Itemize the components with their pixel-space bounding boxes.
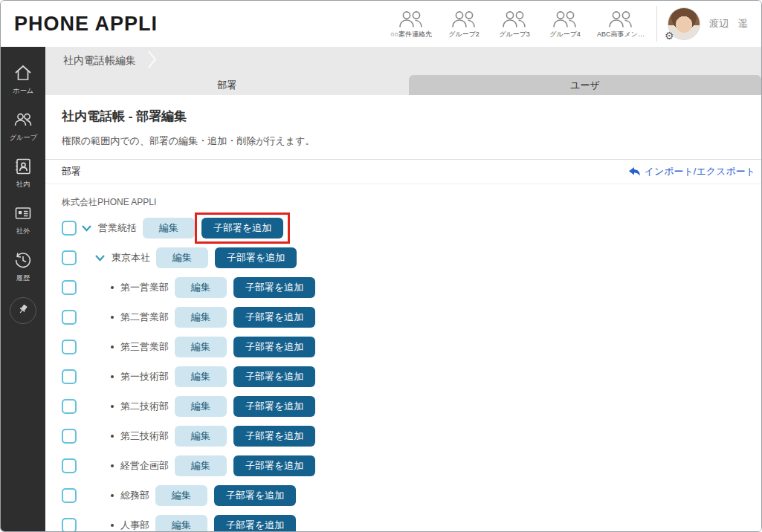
department-name: 第三営業部 bbox=[120, 340, 169, 354]
external-directory-icon bbox=[13, 204, 33, 223]
edit-button[interactable]: 編集 bbox=[175, 396, 227, 417]
group-shortcut-3[interactable]: グループ3 bbox=[496, 9, 533, 39]
add-child-wrap: 子部署を追加 bbox=[207, 510, 303, 531]
avatar[interactable]: ⚙ bbox=[668, 7, 700, 40]
add-child-wrap: 子部署を追加 bbox=[227, 302, 322, 333]
row-checkbox[interactable] bbox=[62, 369, 77, 384]
department-row: 第一技術部編集子部署を追加 bbox=[62, 366, 745, 387]
sidebar-item-label: 社内 bbox=[16, 180, 30, 189]
row-checkbox[interactable] bbox=[62, 518, 77, 531]
row-checkbox[interactable] bbox=[62, 221, 77, 236]
group-shortcut-label: グループ2 bbox=[448, 30, 480, 39]
user-menu[interactable]: ⚙ 渡辺 遥 bbox=[659, 7, 761, 40]
edit-button[interactable]: 編集 bbox=[175, 337, 227, 357]
tab-departments[interactable]: 部署 bbox=[45, 75, 409, 95]
add-child-wrap: 子部署を追加 bbox=[227, 421, 322, 452]
department-name: 経営企画部 bbox=[120, 459, 169, 473]
highlight-box: 子部署を追加 bbox=[195, 213, 290, 244]
group-shortcut-5[interactable]: ABC商事メン… bbox=[597, 9, 645, 39]
add-child-department-button[interactable]: 子部署を追加 bbox=[233, 307, 315, 328]
import-export-link[interactable]: インポート/エクスポート bbox=[628, 165, 755, 178]
people-icon bbox=[397, 9, 425, 29]
breadcrumb-label[interactable]: 社内電話帳編集 bbox=[63, 54, 136, 68]
department-row: 第一営業部編集子部署を追加 bbox=[62, 277, 745, 298]
row-checkbox[interactable] bbox=[62, 280, 77, 295]
edit-button[interactable]: 編集 bbox=[155, 485, 207, 506]
department-row: 人事部編集子部署を追加 bbox=[62, 515, 745, 531]
department-name: 人事部 bbox=[120, 519, 149, 531]
group-shortcut-label: グループ4 bbox=[549, 30, 581, 39]
edit-button[interactable]: 編集 bbox=[155, 515, 207, 531]
group-shortcut-label: グループ3 bbox=[499, 30, 530, 39]
department-row: 第三営業部編集子部署を追加 bbox=[62, 337, 745, 357]
page-description: 権限の範囲内での、部署の編集・追加・削除が行えます。 bbox=[62, 134, 745, 148]
edit-button[interactable]: 編集 bbox=[175, 307, 227, 328]
chevron-down-icon[interactable] bbox=[81, 224, 92, 232]
add-child-department-button[interactable]: 子部署を追加 bbox=[233, 455, 315, 476]
add-child-department-button[interactable]: 子部署を追加 bbox=[233, 366, 315, 387]
bullet-icon bbox=[111, 346, 114, 348]
sidebar-item-社内[interactable]: 社内 bbox=[8, 149, 39, 196]
department-name: 東京本社 bbox=[112, 251, 150, 265]
edit-button[interactable]: 編集 bbox=[156, 247, 208, 268]
sidebar-item-label: 社外 bbox=[16, 227, 30, 236]
row-checkbox[interactable] bbox=[62, 310, 77, 325]
edit-button[interactable]: 編集 bbox=[175, 426, 227, 447]
group-shortcut-2[interactable]: グループ2 bbox=[445, 9, 482, 39]
add-child-department-button[interactable]: 子部署を追加 bbox=[201, 218, 283, 239]
department-row: 第二営業部編集子部署を追加 bbox=[62, 307, 745, 328]
row-checkbox[interactable] bbox=[62, 429, 77, 444]
department-row: 経営企画部編集子部署を追加 bbox=[62, 455, 745, 476]
edit-button[interactable]: 編集 bbox=[175, 277, 227, 298]
add-child-department-button[interactable]: 子部署を追加 bbox=[233, 337, 315, 357]
bullet-icon bbox=[111, 286, 114, 289]
department-row: 第二技術部編集子部署を追加 bbox=[62, 396, 745, 417]
add-child-department-button[interactable]: 子部署を追加 bbox=[215, 247, 297, 268]
header-divider bbox=[656, 6, 657, 42]
bullet-icon bbox=[111, 405, 114, 408]
pin-button[interactable] bbox=[10, 297, 36, 324]
add-child-wrap: 子部署を追加 bbox=[227, 272, 322, 303]
department-tree: 株式会社PHONE APPLI 営業統括編集子部署を追加東京本社編集子部署を追加… bbox=[45, 184, 761, 531]
import-export-label: インポート/エクスポート bbox=[645, 165, 755, 178]
department-row: 第三技術部編集子部署を追加 bbox=[62, 426, 745, 447]
chevron-right-icon bbox=[146, 49, 158, 73]
group-shortcut-1[interactable]: ○○案件連絡先 bbox=[390, 9, 432, 39]
sidebar-item-社外[interactable]: 社外 bbox=[8, 196, 39, 243]
sidebar-item-ホーム[interactable]: ホーム bbox=[8, 56, 39, 103]
row-checkbox[interactable] bbox=[62, 399, 77, 414]
sidebar-nav: ホーム グループ 社内 社外 履歴 bbox=[1, 47, 45, 531]
people-icon bbox=[500, 9, 529, 29]
edit-button[interactable]: 編集 bbox=[143, 218, 195, 239]
company-name: 株式会社PHONE APPLI bbox=[62, 196, 745, 209]
row-checkbox[interactable] bbox=[62, 250, 77, 265]
row-checkbox[interactable] bbox=[62, 458, 77, 473]
edit-button[interactable]: 編集 bbox=[175, 366, 227, 387]
bullet-icon bbox=[111, 494, 114, 497]
group-icon bbox=[13, 110, 33, 129]
add-child-department-button[interactable]: 子部署を追加 bbox=[214, 485, 296, 506]
add-child-wrap: 子部署を追加 bbox=[227, 450, 322, 481]
tab-users[interactable]: ユーザ bbox=[409, 75, 761, 95]
add-child-department-button[interactable]: 子部署を追加 bbox=[214, 515, 296, 531]
sidebar-item-履歴[interactable]: 履歴 bbox=[8, 243, 39, 290]
add-child-department-button[interactable]: 子部署を追加 bbox=[233, 396, 315, 417]
department-name: 第二技術部 bbox=[120, 400, 169, 413]
add-child-department-button[interactable]: 子部署を追加 bbox=[233, 426, 315, 447]
sidebar-item-グループ[interactable]: グループ bbox=[8, 103, 39, 149]
edit-button[interactable]: 編集 bbox=[175, 455, 227, 476]
row-checkbox[interactable] bbox=[62, 340, 77, 354]
add-child-wrap: 子部署を追加 bbox=[208, 242, 303, 273]
add-child-department-button[interactable]: 子部署を追加 bbox=[233, 277, 315, 298]
chevron-down-icon[interactable] bbox=[94, 254, 106, 262]
group-shortcut-label: ○○案件連絡先 bbox=[390, 30, 432, 39]
bullet-icon bbox=[111, 435, 114, 438]
main-area: 社内電話帳編集 部署 ユーザ 社内電話帳 - 部署編集 権限の範囲内での、部署の… bbox=[45, 47, 761, 531]
row-checkbox[interactable] bbox=[62, 488, 77, 503]
group-shortcut-4[interactable]: グループ4 bbox=[546, 9, 584, 39]
gear-icon[interactable]: ⚙ bbox=[665, 30, 674, 42]
bullet-icon bbox=[111, 524, 114, 527]
add-child-wrap: 子部署を追加 bbox=[227, 391, 322, 422]
section-header: 部署 インポート/エクスポート bbox=[45, 159, 761, 184]
user-name: 渡辺 遥 bbox=[709, 17, 748, 30]
